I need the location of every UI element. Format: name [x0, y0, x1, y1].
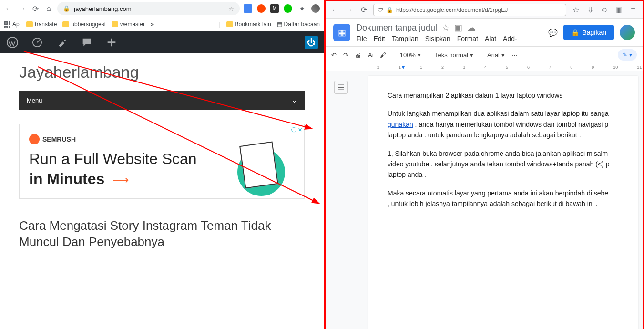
share-button[interactable]: 🔒 Bagikan — [563, 25, 614, 40]
folder-icon — [62, 21, 69, 27]
ext-reddit-icon[interactable] — [257, 4, 266, 13]
chevron-down-icon: ⌄ — [292, 97, 297, 104]
post-title[interactable]: Cara Mengatasi Story Instagram Teman Tid… — [19, 218, 305, 250]
reload-icon[interactable]: ⟳ — [31, 4, 40, 13]
menu-label: Menu — [27, 97, 42, 104]
wordpress-icon[interactable] — [6, 36, 19, 49]
menu-edit[interactable]: Edit — [374, 35, 385, 42]
url-bar[interactable]: 🔒 jayaherlambang.com ☆ — [57, 2, 240, 15]
arrow-right-icon: ⟶ — [112, 174, 129, 186]
forward-icon[interactable]: → — [345, 5, 354, 15]
ad-banner[interactable]: ⓘ ✕ SEMRUSH Run a Full Website Scan in M… — [19, 124, 305, 199]
bookmark-wemaster[interactable]: wemaster — [112, 21, 145, 28]
menu-insert[interactable]: Sisipkan — [425, 35, 450, 42]
doc-title-row: Dokumen tanpa judul ☆ ▣ ☁ — [356, 22, 542, 33]
ext-green-icon[interactable] — [284, 4, 292, 13]
lock-icon: 🔒 — [386, 7, 393, 13]
ext-puzzle-icon[interactable]: ✦ — [297, 4, 307, 13]
reload-icon[interactable]: ⟳ — [359, 5, 368, 15]
list-icon: ▤ — [277, 21, 282, 28]
back-icon[interactable]: ← — [330, 5, 340, 15]
sidebar-icon[interactable]: ▥ — [614, 5, 624, 15]
doc-paragraph: Maka secara otomatis layar yang pertama … — [388, 188, 619, 209]
apps-label: Apl — [12, 21, 20, 28]
more-icon[interactable]: ⋯ — [511, 51, 518, 59]
doc-title[interactable]: Dokumen tanpa judul — [356, 23, 437, 33]
folder-icon — [226, 21, 233, 27]
print-icon[interactable]: 🖨 — [355, 51, 361, 59]
home-icon[interactable]: ⌂ — [44, 4, 53, 13]
avatar[interactable] — [620, 25, 635, 40]
power-icon[interactable]: ⏻ — [305, 36, 318, 49]
paint-format-icon[interactable]: 🖌 — [380, 51, 386, 59]
bookmark-bar: Apl translate ubbersuggest wemaster » | … — [0, 17, 324, 31]
folder-icon — [26, 21, 33, 27]
doc-link[interactable]: gunakan — [388, 121, 413, 128]
spellcheck-icon[interactable]: Aᵢ — [368, 51, 373, 59]
cloud-icon[interactable]: ☁ — [467, 22, 476, 33]
ad-illustration — [233, 134, 290, 201]
docs-toolbar: ↶ ↷ 🖨 Aᵢ 🖌 100% ▾ Teks normal ▾ Arial ▾ … — [326, 46, 643, 63]
customize-icon[interactable] — [55, 36, 69, 49]
menu-tools[interactable]: Alat — [485, 35, 496, 42]
apps-grid-icon — [4, 21, 10, 28]
forward-icon[interactable]: → — [17, 4, 27, 13]
url-bar[interactable]: 🛡 🔒 https://docs.google.com/document/d/1… — [373, 4, 566, 16]
lock-icon: 🔒 — [571, 29, 579, 36]
outline-icon[interactable]: ☰ — [334, 81, 348, 94]
lock-icon: 🔒 — [63, 5, 70, 12]
menu-view[interactable]: Tampilan — [392, 35, 419, 42]
url-text: jayaherlambang.com — [74, 5, 132, 12]
zoom-select[interactable]: 100% ▾ — [400, 51, 421, 59]
docs-logo-icon[interactable]: ▦ — [333, 24, 350, 41]
doc-page[interactable]: Cara menampilkan 2 aplikasi dalam 1 laya… — [368, 76, 638, 329]
comments-icon[interactable] — [80, 36, 93, 49]
bookmark-lain[interactable]: Bookmark lain — [226, 21, 271, 28]
docs-menu-bar: File Edit Tampilan Sisipkan Format Alat … — [356, 35, 542, 42]
bookmark-translate[interactable]: translate — [26, 21, 57, 28]
ext-m-icon[interactable]: M — [270, 4, 279, 13]
ad-choices[interactable]: ⓘ ✕ — [291, 126, 302, 134]
bookmark-more[interactable]: » — [151, 21, 154, 28]
font-select[interactable]: Arial ▾ — [487, 51, 505, 59]
redo-icon[interactable]: ↷ — [343, 51, 348, 59]
doc-heading: Cara menampilkan 2 aplikasi dalam 1 laya… — [388, 90, 619, 101]
back-icon[interactable]: ← — [4, 4, 13, 13]
left-browser-window: ← → ⟳ ⌂ 🔒 jayaherlambang.com ☆ M ✦ Apl t… — [0, 0, 324, 329]
avatar-icon[interactable] — [311, 4, 320, 13]
undo-icon[interactable]: ↶ — [331, 51, 337, 59]
move-icon[interactable]: ▣ — [454, 22, 462, 33]
menu-icon[interactable]: ≡ — [628, 5, 638, 15]
apps-button[interactable]: Apl — [4, 21, 20, 28]
menu-format[interactable]: Format — [457, 35, 478, 42]
save-icon[interactable]: ⇩ — [585, 5, 595, 15]
right-browser-window: ← → ⟳ 🛡 🔒 https://docs.google.com/docume… — [324, 0, 644, 329]
star-icon[interactable]: ☆ — [442, 22, 450, 33]
site-content: Jayaherlambang Menu ⌄ ⓘ ✕ SEMRUSH Run a … — [0, 53, 324, 260]
add-icon[interactable] — [105, 36, 118, 49]
docs-actions: 💬 🔒 Bagikan — [548, 25, 635, 40]
browser-nav-bar: ← → ⟳ 🛡 🔒 https://docs.google.com/docume… — [326, 1, 643, 19]
dashboard-icon[interactable] — [31, 36, 44, 49]
edit-mode-button[interactable]: ✎ ▾ — [618, 49, 637, 61]
doc-canvas: ☰ Cara menampilkan 2 aplikasi dalam 1 la… — [326, 71, 643, 329]
doc-paragraph: Untuk langkah menampilkan dua aplikasi d… — [388, 108, 619, 140]
folder-icon — [112, 21, 118, 27]
doc-paragraph: 1, Silahkan buka browser pada chrome and… — [388, 148, 619, 180]
docs-header: ▦ Dokumen tanpa judul ☆ ▣ ☁ File Edit Ta… — [326, 19, 643, 46]
menu-file[interactable]: File — [356, 35, 367, 42]
wp-admin-bar: ⏻ — [0, 31, 324, 53]
style-select[interactable]: Teks normal ▾ — [435, 51, 473, 59]
reading-list[interactable]: ▤Daftar bacaan — [277, 21, 320, 28]
menu-addons[interactable]: Add- — [503, 35, 517, 42]
account-icon[interactable]: ☺ — [600, 5, 609, 15]
ruler[interactable]: ▾ 211234567891011121 — [326, 63, 643, 71]
bookmark-ubbersuggest[interactable]: ubbersuggest — [62, 21, 106, 28]
ext-translate-icon[interactable] — [244, 4, 252, 13]
site-title: Jayaherlambang — [19, 63, 305, 82]
menu-toggle[interactable]: Menu ⌄ — [19, 91, 305, 110]
comment-icon[interactable]: 💬 — [548, 28, 558, 37]
star-icon[interactable]: ☆ — [228, 5, 234, 12]
shield-icon: 🛡 — [378, 7, 383, 13]
star-icon[interactable]: ☆ — [571, 5, 581, 15]
